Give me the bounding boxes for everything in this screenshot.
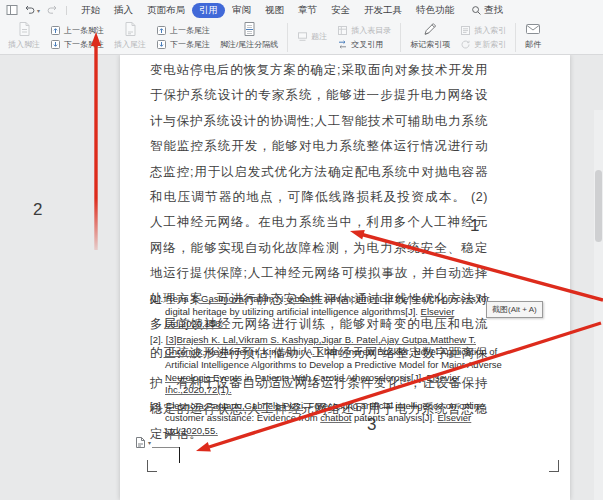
next-footnote-icon (50, 39, 61, 50)
search-label: 查找 (484, 4, 503, 17)
insert-table-of-figures-label: 插入表目录 (351, 25, 391, 36)
insert-index-button[interactable]: 插入索引 (458, 25, 508, 36)
prev-endnote-icon (156, 25, 167, 36)
next-endnote-icon (156, 39, 167, 50)
panel-icon (6, 4, 18, 16)
mark-index-entry-label: 标记索引项 (410, 39, 450, 50)
undo-dropdown-caret: ▾ (37, 7, 40, 14)
undo-icon (24, 4, 36, 16)
cross-reference-icon (337, 39, 348, 50)
index-group: 插入索引 更新索引 (455, 19, 511, 56)
insert-endnote-button[interactable]: 插入尾注 (109, 19, 151, 56)
update-index-label: 更新索引 (474, 39, 506, 50)
search-icon (471, 5, 482, 16)
annotation-number-1: 1 (470, 216, 479, 236)
caption-label: 题注 (311, 31, 327, 42)
prev-footnote-icon (50, 25, 61, 36)
cross-reference-button[interactable]: 交叉引用 (335, 39, 393, 50)
vertical-scrollbar[interactable] (594, 110, 603, 500)
document-page[interactable]: 变电站停电后的恢复方案的确定;采取面向对象技术开发用于保护系统设计的专家系统，能… (120, 55, 570, 500)
footnote-options-caret: ▾ (148, 439, 151, 446)
mail-button[interactable]: 邮件 (520, 19, 546, 56)
redo-button[interactable] (46, 4, 58, 16)
mark-index-entry-button[interactable]: 标记索引项 (405, 19, 455, 56)
ref-text: [1]. Rena T. (150, 293, 201, 304)
quickbar-divider (66, 6, 67, 15)
insert-index-label: 插入索引 (474, 25, 506, 36)
menu-bar: ▾ 开始 插入 页面布局 引用 审阅 视图 章节 安全 开发工具 特色功能 查找 (0, 0, 603, 18)
update-index-icon (460, 39, 471, 50)
footnote-separator-button[interactable]: 脚注/尾注分隔线 (215, 19, 283, 56)
scrollbar-thumb[interactable] (595, 170, 602, 242)
mail-icon (525, 21, 541, 38)
margin-corner-mark (549, 460, 559, 472)
annotation-number-3: 3 (367, 415, 376, 435)
insert-table-of-figures-button[interactable]: 插入表目录 (335, 25, 393, 36)
tab-references[interactable]: 引用 (192, 3, 225, 18)
prev-footnote-button[interactable]: 上一条脚注 (48, 25, 106, 36)
tab-review[interactable]: 审阅 (225, 3, 258, 18)
undo-button[interactable]: ▾ (24, 4, 40, 16)
ref-text: [2]. (150, 334, 166, 345)
next-footnote-label: 下一条脚注 (64, 39, 104, 50)
tab-view[interactable]: 视图 (258, 3, 291, 18)
footnote-separator-label: 脚注/尾注分隔线 (220, 39, 278, 50)
tab-dev-tools[interactable]: 开发工具 (357, 3, 409, 18)
table-of-figures-icon (337, 25, 348, 36)
next-endnote-label: 下一条尾注 (170, 39, 210, 50)
ribbon: ▾ 开始 插入 页面布局 引用 审阅 视图 章节 安全 开发工具 特色功能 查找… (0, 0, 603, 55)
tab-page-layout[interactable]: 页面布局 (140, 3, 192, 18)
tab-special-features[interactable]: 特色功能 (409, 3, 461, 18)
ref-text: Gasimova (201, 293, 244, 304)
insert-footnote-label: 插入脚注 (8, 39, 40, 50)
next-endnote-button[interactable]: 下一条尾注 (154, 39, 212, 50)
insert-endnote-icon (123, 21, 138, 38)
redo-icon (46, 4, 58, 16)
next-footnote-button[interactable]: 下一条脚注 (48, 39, 106, 50)
footnote-options-button[interactable]: ▾ (134, 436, 151, 449)
ref-text: [3]. (150, 400, 166, 411)
ref-text: patents analysis[J]. (351, 412, 437, 423)
margin-corner-mark (147, 460, 157, 472)
prev-endnote-label: 上一条尾注 (170, 25, 210, 36)
footnote-separator-line (152, 447, 179, 448)
text-caret[interactable] (179, 447, 180, 463)
insert-footnote-button[interactable]: 插入脚注 (3, 19, 45, 56)
reference-group: 插入表目录 交叉引用 (332, 19, 396, 56)
wps-writer-window: { "menu": { "tabs": [ {"label": "开始"}, {… (0, 0, 603, 500)
prev-endnote-button[interactable]: 上一条尾注 (154, 25, 212, 36)
ref-text: Events in Patients With Carotid Atherosc… (210, 372, 426, 383)
tab-section[interactable]: 章节 (291, 3, 324, 18)
tab-home[interactable]: 开始 (74, 3, 107, 18)
ref-text: chatbot (320, 412, 351, 423)
footnote-nav-group: 上一条脚注 下一条脚注 (45, 19, 109, 56)
reference-item[interactable]: [3]. Eleonora Pantano,Gabriele Pizzi. Fo… (150, 400, 502, 438)
tab-insert[interactable]: 插入 (107, 3, 140, 18)
cross-reference-label: 交叉引用 (351, 39, 383, 50)
reference-item[interactable]: [1]. Rena T. Gasimova,Rahim N. Abbasli. … (150, 293, 502, 331)
group-divider (400, 23, 401, 52)
mark-index-icon (422, 21, 438, 38)
caption-icon (297, 31, 308, 42)
caption-button[interactable]: 题注 (295, 31, 329, 42)
reference-item[interactable]: [2]. [3]Brajesh K. Lal,Vikram S. Kashyap… (150, 334, 502, 397)
search-button[interactable]: 查找 (471, 4, 503, 17)
panel-toggle-button[interactable] (6, 4, 18, 16)
insert-endnote-label: 插入尾注 (114, 39, 146, 50)
ref-text: Eleonora Pantano,Gabriele Pizzi (166, 400, 303, 411)
ref-text: ,Rahim N. (244, 293, 288, 304)
tab-security[interactable]: 安全 (324, 3, 357, 18)
insert-footnote-icon (17, 21, 32, 38)
prev-footnote-label: 上一条脚注 (64, 25, 104, 36)
update-index-button[interactable]: 更新索引 (458, 39, 508, 50)
footnote-separator-icon (242, 21, 257, 38)
ribbon-toolbar: 插入脚注 上一条脚注 下一条脚注 插入尾注 上一条尾注 下一条尾注 (0, 19, 603, 56)
ref-text: Neurologic (165, 372, 210, 383)
group-divider (287, 23, 288, 52)
insert-index-icon (460, 25, 471, 36)
group-divider (515, 23, 516, 52)
screenshot-shortcut-tooltip: 截图(Alt + A) (486, 301, 543, 318)
mail-label: 邮件 (525, 39, 541, 50)
endnote-nav-group: 上一条尾注 下一条尾注 (151, 19, 215, 56)
ref-text: ,Alexander H. King,Amir A. Khan,Andrew B… (165, 346, 502, 370)
